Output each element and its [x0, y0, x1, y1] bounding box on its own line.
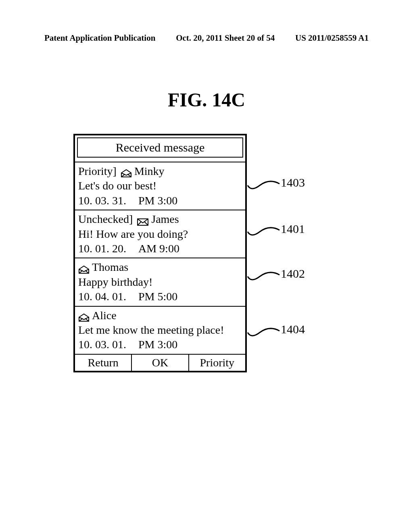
- message-body: Let's do our best!: [78, 179, 242, 193]
- message-date: 10. 04. 01.: [78, 289, 126, 304]
- phone-screen: Received message Priority] Minky Let's d…: [73, 134, 247, 372]
- message-prefix: Unchecked]: [78, 212, 133, 227]
- message-time: AM 9:00: [138, 241, 179, 256]
- message-body: Happy birthday!: [78, 275, 242, 289]
- message-body: Hi! How are you doing?: [78, 227, 242, 241]
- callout-ref: 1402: [281, 267, 305, 281]
- header-left: Patent Application Publication: [44, 33, 155, 43]
- page-header: Patent Application Publication Oct. 20, …: [0, 33, 413, 43]
- header-right: US 2011/0258559 A1: [295, 33, 369, 43]
- message-item[interactable]: Thomas Happy birthday! 10. 04. 01. PM 5:…: [75, 258, 245, 306]
- figure-label: FIG. 14C: [168, 89, 245, 111]
- message-date: 10. 01. 20.: [78, 241, 126, 256]
- message-sender: Thomas: [92, 260, 128, 274]
- message-item[interactable]: Unchecked] James Hi! How are you doing? …: [75, 210, 245, 258]
- callout-ref: 1403: [281, 176, 305, 189]
- callout-ref: 1404: [281, 322, 305, 336]
- message-date: 10. 03. 31.: [78, 193, 126, 208]
- ok-button[interactable]: OK: [132, 355, 189, 371]
- message-sender: Alice: [92, 308, 117, 323]
- message-time: PM 3:00: [138, 337, 177, 352]
- callout-line: [245, 177, 286, 193]
- priority-button[interactable]: Priority: [189, 355, 245, 371]
- return-button[interactable]: Return: [75, 355, 132, 371]
- message-item[interactable]: Priority] Minky Let's do our best! 10. 0…: [75, 162, 245, 210]
- title-bar: Received message: [75, 135, 245, 162]
- message-time: PM 3:00: [138, 193, 177, 208]
- screen-title: Received message: [77, 137, 243, 158]
- envelope-open-icon: [78, 263, 90, 272]
- message-prefix: Priority]: [78, 164, 117, 179]
- callout-line: [245, 268, 286, 285]
- callout-ref: 1401: [281, 222, 305, 236]
- message-sender: Minky: [134, 164, 165, 179]
- envelope-open-icon: [121, 167, 132, 176]
- envelope-closed-icon: [137, 215, 149, 223]
- message-sender: James: [151, 212, 179, 227]
- callout-line: [245, 324, 286, 341]
- callout-line: [245, 224, 286, 240]
- header-middle: Oct. 20, 2011 Sheet 20 of 54: [176, 33, 275, 43]
- envelope-open-icon: [78, 311, 90, 320]
- message-item[interactable]: Alice Let me know the meeting place! 10.…: [75, 307, 245, 355]
- message-date: 10. 03. 01.: [78, 337, 126, 352]
- message-body: Let me know the meeting place!: [78, 323, 242, 337]
- message-time: PM 5:00: [138, 289, 177, 304]
- button-row: Return OK Priority: [75, 355, 245, 371]
